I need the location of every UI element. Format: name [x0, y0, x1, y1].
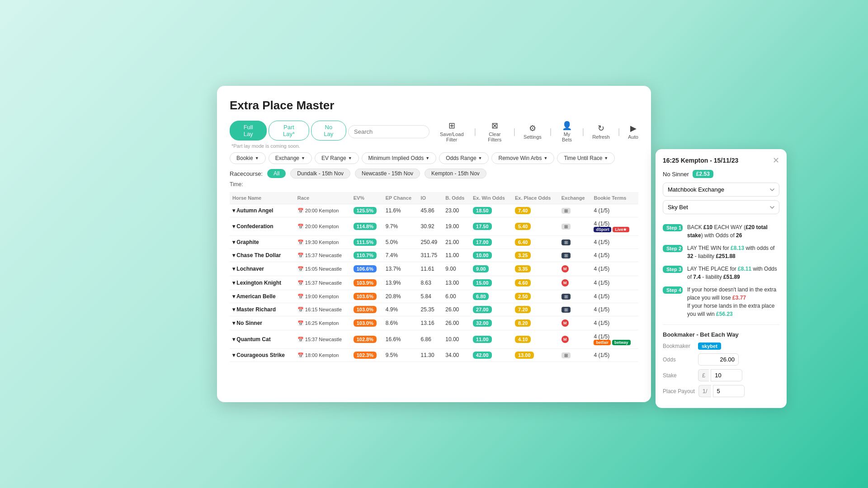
bookie-terms: 4 (1/5) [594, 207, 609, 214]
caret-icon: ▼ [478, 156, 482, 160]
race-value: 📅 18:00 Kempton [297, 352, 339, 358]
full-lay-btn[interactable]: Full Lay [230, 121, 267, 141]
table-row[interactable]: ▾ Chase The Dollar 📅 15:37 Newcastle 110… [230, 249, 638, 262]
no-lay-btn[interactable]: No Lay [311, 121, 346, 141]
filter-ev-range[interactable]: EV Range▼ [315, 152, 359, 164]
ev-badge: 103.6% [354, 293, 377, 300]
caret-icon: ▼ [301, 156, 305, 160]
exchange-select[interactable]: Matchbook Exchange Betfair Exchange [663, 183, 779, 197]
exwin-badge: 17.00 [473, 239, 492, 246]
bodds-value: 9.00 [445, 266, 456, 272]
bookie-terms: 4 (1/5) [594, 239, 609, 245]
race-kempton-btn[interactable]: Kempton - 15th Nov [425, 169, 486, 178]
table-row[interactable]: ▾ Autumn Angel 📅 20:00 Kempton 125.5% 11… [230, 204, 638, 217]
caret-icon: ▼ [425, 156, 429, 160]
filter-time-until-race[interactable]: Time Until Race▼ [557, 152, 615, 164]
section-divider [663, 324, 779, 325]
table-row[interactable]: ▾ No Sinner 📅 16:25 Kempton 103.0% 8.6% … [230, 316, 638, 330]
table-row[interactable]: ▾ Graphite 📅 19:30 Kempton 111.5% 5.0% 2… [230, 236, 638, 249]
exwin-badge: 6.80 [473, 293, 489, 300]
exchange-cell: ⊞ [559, 249, 591, 262]
table-row[interactable]: ▾ Confederation 📅 20:00 Kempton 114.8% 9… [230, 217, 638, 236]
bm-label: Bookmaker [663, 343, 694, 349]
bm-row-bookie: Bookmaker skybet [663, 343, 779, 350]
exwin-badge: 17.50 [473, 223, 492, 230]
race-cell: 📅 15:37 Newcastle [295, 276, 351, 290]
bookie-select[interactable]: Sky Bet Betfair [663, 200, 779, 214]
explace-badge: 4.60 [515, 279, 531, 286]
io-value: 30.92 [421, 223, 434, 230]
io-value: 13.16 [421, 320, 434, 326]
save-filter-btn[interactable]: ⊞ Save/Load Filter [438, 121, 466, 142]
clear-filters-btn[interactable]: ⊠ Clear Filters [484, 121, 505, 142]
horse-name: ▾ Chase The Dollar [232, 252, 281, 258]
horse-name: ▾ Master Richard [232, 306, 276, 313]
close-btn[interactable]: ✕ [773, 156, 779, 164]
ep-value: 16.6% [386, 336, 401, 343]
explace-cell: 3.25 [512, 249, 559, 262]
filter-odds-range[interactable]: Odds Range▼ [439, 152, 489, 164]
skybet-logo: skybet [698, 343, 721, 350]
ev-badge: 125.5% [354, 207, 377, 214]
auto-btn[interactable]: ▶ Auto [628, 123, 638, 140]
bookie-cell: 4 (1/5) [591, 204, 638, 217]
step-badge-1: Step 1 [663, 224, 683, 231]
search-input[interactable] [348, 125, 429, 138]
bookmaker-section: Bookmaker - Bet Each Way Bookmaker skybe… [663, 331, 779, 397]
bookie-terms: 4 (1/5) [594, 252, 609, 258]
filter-remove-win-arbs[interactable]: Remove Win Arbs▼ [491, 152, 554, 164]
payout-input[interactable] [713, 385, 745, 397]
bodds-cell: 11.00 [443, 249, 470, 262]
refresh-btn[interactable]: ↻ Refresh [592, 123, 610, 140]
settings-btn[interactable]: ⚙ Settings [524, 123, 542, 140]
gear-icon: ⚙ [529, 123, 536, 133]
table-row[interactable]: ▾ Quantum Cat 📅 15:37 Newcastle 102.8% 1… [230, 330, 638, 349]
divider2: | [513, 127, 515, 136]
table-row[interactable]: ▾ Lexington Knight 📅 15:37 Newcastle 103… [230, 276, 638, 290]
race-dundalk-btn[interactable]: Dundalk - 15th Nov [290, 169, 350, 178]
table-row[interactable]: ▾ Courageous Strike 📅 18:00 Kempton 102.… [230, 349, 638, 362]
ev-badge: 103.0% [354, 306, 377, 313]
odds-input[interactable] [698, 353, 739, 366]
race-newcastle-btn[interactable]: Newcastle - 15th Nov [355, 169, 420, 178]
table-row[interactable]: ▾ Master Richard 📅 16:15 Newcastle 103.0… [230, 303, 638, 316]
stake-input[interactable] [711, 369, 742, 381]
race-cell: 📅 16:15 Newcastle [295, 303, 351, 316]
ev-cell: 102.3% [351, 349, 383, 362]
table-row[interactable]: ▾ American Belle 📅 19:00 Kempton 103.6% … [230, 290, 638, 303]
toolbar: ⊞ Save/Load Filter | ⊠ Clear Filters | ⚙… [348, 121, 638, 142]
ev-cell: 111.5% [351, 236, 383, 249]
part-lay-btn[interactable]: Part Lay* [269, 121, 309, 141]
payout-prefix: 1/ [698, 385, 711, 397]
bookie-cell: 4 (1/5) [591, 262, 638, 276]
exchange-icon: M [561, 336, 569, 343]
th-io: IO [418, 192, 443, 204]
exwin-badge: 32.00 [473, 319, 492, 327]
ep-cell: 4.9% [383, 303, 418, 316]
bodds-cell: 13.00 [443, 276, 470, 290]
ev-cell: 103.6% [351, 290, 383, 303]
app-title: Extra Place Master [230, 99, 638, 113]
race-all-btn[interactable]: All [267, 169, 286, 178]
data-table: Horse Name Race EV% EP Chance IO B. Odds… [230, 192, 638, 362]
my-bets-btn[interactable]: 👤 My Bets [560, 121, 574, 142]
no-sinner-row: No Sinner £2.53 [663, 170, 779, 178]
exchange-icon: ⊞ [561, 253, 571, 258]
filter-exchange[interactable]: Exchange▼ [269, 152, 312, 164]
race-cell: 📅 20:00 Kempton [295, 204, 351, 217]
exwin-badge: 11.00 [473, 336, 492, 343]
ev-badge: 114.8% [354, 223, 377, 230]
ev-cell: 106.6% [351, 262, 383, 276]
th-explace: Ex. Place Odds [512, 192, 559, 204]
ev-cell: 103.0% [351, 316, 383, 330]
bodds-value: 6.00 [445, 293, 456, 300]
exchange-cell: M [559, 276, 591, 290]
exchange-icon: M [561, 265, 569, 272]
filter-min-odds[interactable]: Minimum Implied Odds▼ [362, 152, 437, 164]
step-row-2: Step 2 LAY THE WIN for £8.13 with odds o… [663, 244, 779, 260]
bookie-cell: 4 (1/5) [591, 303, 638, 316]
table-row[interactable]: ▾ Lochnaver 📅 15:05 Newcastle 106.6% 13.… [230, 262, 638, 276]
race-cell: 📅 18:00 Kempton [295, 349, 351, 362]
filter-bookie[interactable]: Bookie▼ [230, 152, 266, 164]
bodds-value: 26.00 [445, 320, 459, 326]
